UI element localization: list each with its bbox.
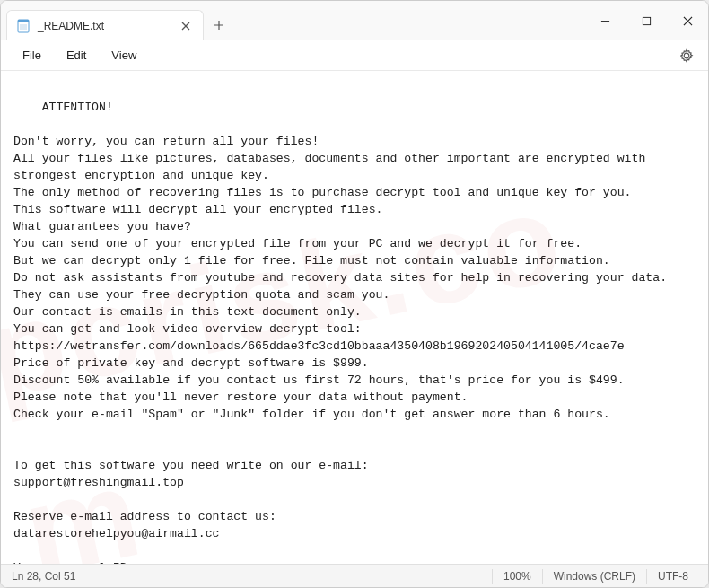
minimize-button[interactable] <box>584 1 626 40</box>
titlebar: _README.txt <box>1 1 708 40</box>
text-line: They can use your free decryption quota … <box>13 288 390 302</box>
notepad-window: _README.txt <box>0 0 709 588</box>
text-line: To get this software you need write on o… <box>13 459 369 472</box>
text-line: support@freshingmail.top <box>13 476 184 489</box>
text-line: Our contact is emails in this text docum… <box>13 305 362 319</box>
new-tab-button[interactable] <box>204 10 234 40</box>
tab-label: _README.txt <box>38 20 171 32</box>
text-line: Please note that you'll never restore yo… <box>13 391 468 404</box>
svg-rect-10 <box>643 17 650 24</box>
status-encoding[interactable]: UTF-8 <box>647 570 699 583</box>
status-line-ending[interactable]: Windows (CRLF) <box>543 570 646 583</box>
status-zoom[interactable]: 100% <box>493 570 542 583</box>
text-line: Check your e-mail "Spam" or "Junk" folde… <box>13 408 610 421</box>
text-line: ATTENTION! <box>42 101 113 114</box>
text-line: Reserve e-mail address to contact us: <box>13 510 276 523</box>
text-line: Discount 50% available if you contact us… <box>13 373 625 387</box>
close-tab-button[interactable] <box>178 18 194 34</box>
text-line: Your personal ID: <box>13 561 135 564</box>
text-line: What guarantees you have? <box>13 220 191 233</box>
svg-rect-1 <box>18 20 29 22</box>
titlebar-drag-area[interactable] <box>234 1 584 40</box>
text-line: The only method of recovering files is t… <box>13 186 632 199</box>
notepad-icon <box>16 19 31 33</box>
text-line: Do not ask assistants from youtube and r… <box>13 271 667 285</box>
menu-edit[interactable]: Edit <box>54 45 99 66</box>
text-line: You can send one of your encrypted file … <box>13 237 582 250</box>
menu-view[interactable]: View <box>99 45 149 66</box>
menubar: File Edit View <box>1 40 708 71</box>
text-line: https://wetransfer.com/downloads/665ddae… <box>13 339 625 353</box>
maximize-button[interactable] <box>626 1 667 40</box>
window-controls <box>584 1 708 40</box>
settings-button[interactable] <box>674 43 699 68</box>
tab-active[interactable]: _README.txt <box>6 10 204 40</box>
text-line: datarestorehelpyou@airmail.cc <box>13 527 220 540</box>
text-line: This software will decrypt all your encr… <box>13 203 383 216</box>
statusbar: Ln 28, Col 51 100% Windows (CRLF) UTF-8 <box>1 564 708 587</box>
gear-icon <box>679 48 694 63</box>
menu-file[interactable]: File <box>10 45 54 66</box>
text-line: Price of private key and decrypt softwar… <box>13 356 369 370</box>
status-cursor-position: Ln 28, Col 51 <box>10 570 86 583</box>
close-window-button[interactable] <box>667 1 708 40</box>
text-line: You can get and look video overview decr… <box>13 322 362 336</box>
tab-area: _README.txt <box>1 1 234 40</box>
text-editor[interactable]: pcrisk.comATTENTION! Don't worry, you ca… <box>1 71 708 564</box>
text-line: But we can decrypt only 1 file for free.… <box>13 254 610 268</box>
text-line: Don't worry, you can return all your fil… <box>13 135 319 148</box>
text-line: All your files like pictures, databases,… <box>13 152 652 182</box>
